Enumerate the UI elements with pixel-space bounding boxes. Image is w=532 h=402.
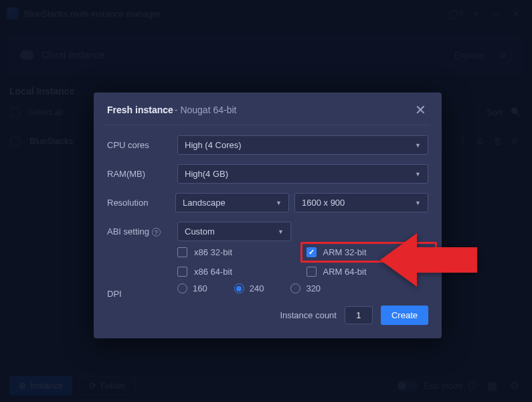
modal-header: Fresh instance - Nougat 64-bit ✕ (94, 92, 442, 125)
abi-mode-select[interactable]: Custom ▼ (177, 222, 291, 241)
create-button[interactable]: Create (381, 306, 428, 325)
ram-select[interactable]: High(4 GB) ▼ (177, 164, 428, 184)
abi-x86-64-checkbox[interactable]: x86 64-bit (177, 267, 300, 277)
cpu-select[interactable]: High (4 Cores) ▼ (177, 135, 428, 155)
abi-arm-32-checkbox[interactable]: ARM 32-bit (300, 242, 438, 263)
resolution-select[interactable]: 1600 x 900 ▼ (294, 193, 428, 212)
orientation-value: Landscape (183, 198, 226, 208)
abi-help-icon[interactable]: ? (152, 228, 161, 237)
dpi-320-radio[interactable]: 320 (290, 283, 321, 293)
chevron-down-icon: ▼ (276, 200, 282, 206)
modal-footer: Instance count Create (94, 293, 442, 338)
abi-options-grid: x86 32-bit ARM 32-bit x86 64-bit ARM 64-… (94, 246, 442, 281)
modal-title: Fresh instance (107, 105, 173, 115)
ram-row: RAM(MB) High(4 GB) ▼ (94, 159, 442, 188)
resolution-label: Resolution (107, 198, 175, 208)
ram-value: High(4 GB) (185, 169, 228, 179)
resolution-row: Resolution Landscape ▼ 1600 x 900 ▼ (94, 188, 442, 217)
chevron-down-icon: ▼ (278, 228, 284, 235)
chevron-down-icon: ▼ (415, 142, 421, 149)
dpi-label: DPI (107, 289, 177, 299)
cpu-label: CPU cores (107, 140, 177, 150)
close-icon[interactable]: ✕ (412, 102, 428, 118)
chevron-down-icon: ▼ (415, 200, 421, 206)
orientation-select[interactable]: Landscape ▼ (175, 193, 289, 212)
abi-arm-64-checkbox[interactable]: ARM 64-bit (306, 267, 429, 277)
abi-x86-32-checkbox[interactable]: x86 32-bit (177, 247, 300, 257)
ram-label: RAM(MB) (107, 169, 177, 179)
instance-count-label: Instance count (280, 310, 337, 320)
divider (106, 125, 430, 125)
resolution-value: 1600 x 900 (302, 198, 345, 208)
cpu-row: CPU cores High (4 Cores) ▼ (94, 131, 442, 159)
fresh-instance-modal: Fresh instance - Nougat 64-bit ✕ CPU cor… (94, 92, 442, 338)
dpi-160-radio[interactable]: 160 (177, 283, 207, 293)
chevron-down-icon: ▼ (415, 171, 421, 178)
modal-subtitle: - Nougat 64-bit (175, 105, 237, 115)
abi-label: ABI setting? (107, 226, 177, 237)
instance-count-input[interactable] (345, 306, 373, 324)
cpu-value: High (4 Cores) (185, 140, 242, 150)
dpi-240-radio[interactable]: 240 (234, 283, 264, 293)
abi-mode-value: Custom (185, 226, 215, 237)
